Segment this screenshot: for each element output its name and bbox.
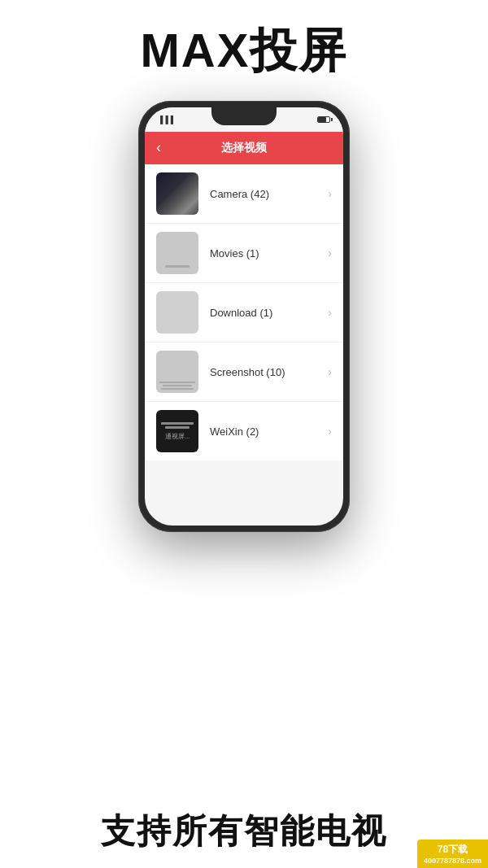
app-title: MAX投屏: [0, 0, 488, 93]
list-item[interactable]: Screenshot (10) ›: [145, 342, 343, 402]
notch: [211, 107, 277, 125]
chevron-right-icon: ›: [328, 246, 332, 260]
item-info: WeiXin (2): [210, 424, 328, 438]
item-label: Camera (42): [210, 188, 269, 200]
item-thumbnail-weixin: 通视屏...: [156, 410, 198, 452]
item-label: Screenshot (10): [210, 366, 285, 378]
item-label: WeiXin (2): [210, 425, 259, 438]
header-title: 选择视频: [221, 141, 267, 155]
item-info: Download (1): [210, 305, 328, 320]
back-button[interactable]: ‹: [156, 139, 161, 156]
phone-outer-shell: ▐▐▐ ‹ 选择视频 Camera (42): [138, 101, 350, 532]
chevron-right-icon: ›: [328, 187, 332, 200]
status-bar: ▐▐▐: [145, 107, 343, 132]
phone-screen: ▐▐▐ ‹ 选择视频 Camera (42): [145, 107, 343, 526]
watermark-url: 4007787878.com: [424, 857, 481, 865]
chevron-right-icon: ›: [328, 425, 332, 438]
item-thumbnail-camera: [156, 172, 198, 215]
bottom-section: 支持所有智能电视: [0, 811, 488, 868]
chevron-right-icon: ›: [328, 365, 332, 378]
list-item[interactable]: Download (1) ›: [145, 283, 343, 342]
phone-mockup: ▐▐▐ ‹ 选择视频 Camera (42): [0, 101, 488, 532]
item-thumbnail-movies: [156, 232, 198, 274]
list-item[interactable]: 通视屏... WeiXin (2) ›: [145, 402, 343, 460]
item-info: Movies (1): [210, 246, 328, 260]
item-thumbnail-download: [156, 291, 198, 334]
item-thumbnail-screenshot: [156, 351, 198, 393]
item-info: Screenshot (10): [210, 364, 328, 379]
item-info: Camera (42): [210, 186, 328, 201]
item-label: Download (1): [210, 307, 272, 319]
list-item[interactable]: Camera (42) ›: [145, 164, 343, 224]
watermark-brand: 78下载: [438, 843, 468, 857]
battery-area: [317, 116, 330, 123]
video-list: Camera (42) › Movies (1) › Downloa: [145, 164, 343, 460]
list-item[interactable]: Movies (1) ›: [145, 224, 343, 283]
signal-icon: ▐▐▐: [158, 116, 173, 124]
battery-icon: [317, 116, 330, 123]
bottom-title: 支持所有智能电视: [0, 811, 488, 852]
watermark: 78下载 4007787878.com: [417, 840, 488, 868]
app-header: ‹ 选择视频: [145, 132, 343, 164]
item-label: Movies (1): [210, 247, 259, 260]
chevron-right-icon: ›: [328, 306, 332, 319]
